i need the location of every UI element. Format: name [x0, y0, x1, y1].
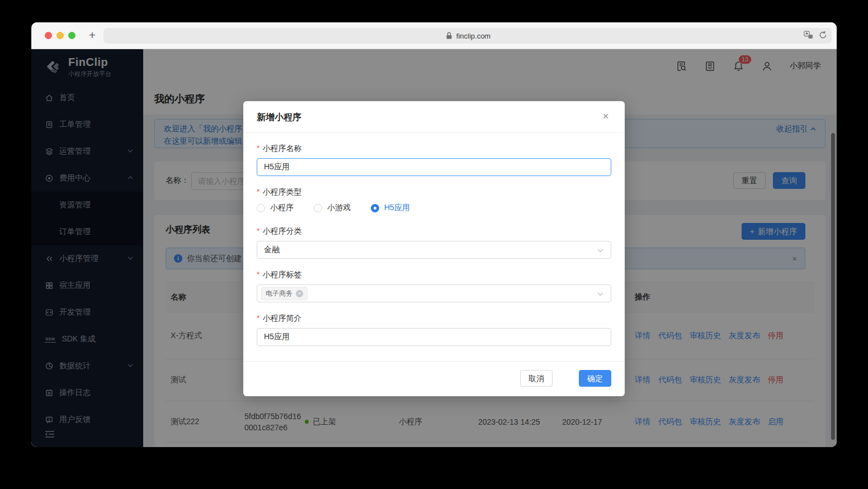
radio-miniapp[interactable]: 小程序	[257, 203, 294, 213]
url-text: finclip.com	[456, 32, 490, 40]
tag-select[interactable]: 电子商务 ×	[257, 284, 611, 302]
address-bar[interactable]: finclip.com	[103, 28, 832, 44]
lock-icon	[445, 31, 454, 40]
tag-remove-icon[interactable]: ×	[296, 290, 303, 297]
confirm-button[interactable]: 确定	[579, 370, 611, 387]
field-label-tag: *小程序标签	[257, 270, 611, 280]
radio-icon	[314, 204, 322, 212]
add-miniapp-modal: 新增小程序 × *小程序名称 *小程序类型 小程序 小游戏	[243, 101, 625, 396]
miniapp-type-radio-group: 小程序 小游戏 H5应用	[257, 202, 611, 214]
modal-title: 新增小程序	[257, 112, 301, 124]
radio-h5app[interactable]: H5应用	[371, 203, 410, 213]
miniapp-name-field[interactable]	[257, 158, 611, 176]
field-label-category: *小程序分类	[257, 226, 611, 236]
modal-header: 新增小程序 ×	[243, 101, 625, 133]
miniapp-name-input[interactable]	[257, 159, 611, 175]
scrollbar-thumb[interactable]	[831, 133, 835, 440]
field-label-type: *小程序类型	[257, 187, 611, 197]
radio-icon	[257, 204, 265, 212]
cancel-button[interactable]: 取消	[520, 370, 553, 387]
close-window-button[interactable]	[45, 32, 52, 39]
miniapp-intro-input[interactable]	[257, 329, 611, 345]
zoom-window-button[interactable]	[68, 32, 76, 39]
miniapp-intro-field[interactable]	[257, 328, 611, 346]
field-label-name: *小程序名称	[257, 144, 611, 154]
category-value: 金融	[264, 245, 280, 255]
modal-footer: 取消 确定	[243, 361, 625, 396]
radio-minigame[interactable]: 小游戏	[314, 203, 351, 213]
field-label-intro: *小程序简介	[257, 314, 611, 324]
minimize-window-button[interactable]	[56, 32, 64, 39]
browser-chrome: + finclip.com	[31, 22, 837, 49]
browser-window: + finclip.com	[31, 22, 837, 447]
tag-chip: 电子商务 ×	[261, 287, 308, 300]
new-tab-button[interactable]: +	[85, 28, 100, 42]
chevron-down-icon	[597, 292, 603, 296]
radio-selected-icon	[371, 204, 379, 212]
chevron-down-icon	[597, 249, 603, 253]
category-select[interactable]: 金融	[257, 241, 611, 259]
reload-icon[interactable]	[819, 31, 827, 39]
close-icon[interactable]: ×	[599, 110, 612, 122]
traffic-lights	[45, 32, 76, 39]
translate-icon[interactable]	[804, 31, 813, 39]
